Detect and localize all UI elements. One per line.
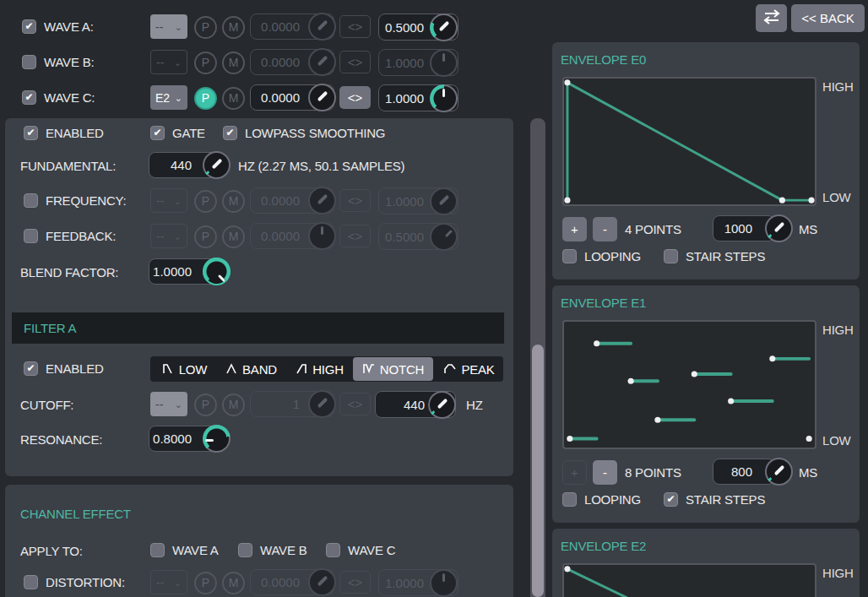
wave-a-source-dropdown[interactable]: -- ⌄ <box>150 14 187 39</box>
wave-b-bipolar-button[interactable]: <> <box>339 51 371 73</box>
wave-c-phase-mod-button[interactable]: P <box>194 87 217 110</box>
filter-type-high[interactable]: HIGH <box>288 358 350 380</box>
chevron-down-icon: ⌄ <box>174 197 182 205</box>
envelope-e1-low-label: LOW <box>822 432 851 448</box>
wave-a-source-value: -- <box>155 20 163 34</box>
fundamental-knob[interactable] <box>203 151 231 179</box>
cutoff-value-knob[interactable] <box>428 391 456 419</box>
lowpass-smoothing-label: LOWPASS SMOOTHING <box>245 125 385 141</box>
envelope-e0-ms-knob[interactable] <box>765 214 793 242</box>
highpass-icon <box>295 362 308 376</box>
wave-b-source-value: -- <box>156 56 164 69</box>
wave-c-checkbox[interactable]: ✔ <box>22 90 36 105</box>
wave-a-phase-knob[interactable] <box>308 13 336 41</box>
envelope-e0-high-label: HIGH <box>822 79 854 95</box>
envelope-e0-remove-point-button[interactable]: - <box>593 217 617 242</box>
envelope-e0-stairs-checkbox[interactable] <box>664 249 678 263</box>
envelope-e1-add-point-button[interactable]: + <box>562 460 587 485</box>
lowpass-icon <box>161 362 175 376</box>
envelope-e2-graph[interactable] <box>562 563 816 597</box>
apply-wave-b-checkbox[interactable] <box>238 543 252 557</box>
filter-type-band[interactable]: BAND <box>216 358 285 380</box>
filter-type-low[interactable]: LOW <box>155 358 214 380</box>
frequency-phase-mod-button[interactable]: P <box>194 190 217 213</box>
cutoff-mod-knob[interactable] <box>308 390 336 418</box>
envelope-e0-add-point-button[interactable]: + <box>562 217 587 242</box>
envelope-e1-remove-point-button[interactable]: - <box>593 460 617 485</box>
wave-b-phase-mod-button[interactable]: P <box>194 52 217 74</box>
bandpass-icon <box>225 362 238 376</box>
wave-a-bipolar-button[interactable]: <> <box>339 15 371 38</box>
wave-a-level-knob[interactable] <box>430 14 458 41</box>
filter-type-peak[interactable]: PEAK <box>436 358 502 380</box>
distortion-phase-mod-button[interactable]: P <box>194 572 217 594</box>
apply-wave-c-label: WAVE C <box>348 542 395 558</box>
cutoff-source-dropdown[interactable]: -- ⌄ <box>150 392 187 416</box>
apply-wave-c-checkbox[interactable] <box>326 543 340 557</box>
scrollbar-thumb[interactable] <box>532 345 544 597</box>
frequency-bipolar-button[interactable]: <> <box>339 189 371 212</box>
chevron-down-icon: ⌄ <box>175 400 182 409</box>
peak-icon <box>443 362 457 376</box>
gate-checkbox[interactable]: ✔ <box>150 126 165 140</box>
frequency-phase-knob[interactable] <box>308 187 336 214</box>
cutoff-mult-mod-button[interactable]: M <box>222 393 245 416</box>
wave-a-checkbox[interactable]: ✔ <box>22 19 36 34</box>
filter-type-low-label: LOW <box>179 362 208 377</box>
swap-button[interactable] <box>756 4 787 32</box>
wave-b-mult-mod-button[interactable]: M <box>222 52 245 74</box>
synth-editor: << BACK ✔ WAVE A: -- ⌄ P M 0.0000 <> 0.5… <box>0 0 868 597</box>
feedback-checkbox[interactable] <box>24 229 38 243</box>
distortion-checkbox[interactable] <box>24 575 38 589</box>
cutoff-phase-mod-button[interactable]: P <box>194 393 217 416</box>
lowpass-smoothing-checkbox[interactable]: ✔ <box>223 126 237 140</box>
feedback-phase-mod-button[interactable]: P <box>194 225 217 248</box>
apply-wave-a-checkbox[interactable] <box>150 543 165 557</box>
distortion-mult-mod-button[interactable]: M <box>222 572 245 594</box>
resonance-label: RESONANCE: <box>20 431 102 448</box>
filter-type-high-label: HIGH <box>312 362 344 377</box>
distortion-bipolar-button[interactable]: <> <box>339 571 371 594</box>
resonance-knob[interactable] <box>203 425 231 453</box>
chevron-down-icon: ⌄ <box>175 94 182 102</box>
frequency-level-knob[interactable] <box>430 187 458 215</box>
frequency-checkbox[interactable] <box>24 193 38 208</box>
feedback-level-knob[interactable] <box>430 223 458 251</box>
wave-b-checkbox[interactable] <box>22 55 36 69</box>
wave-b-source-dropdown[interactable]: -- ⌄ <box>150 50 187 74</box>
wave-a-phase-mod-button[interactable]: P <box>194 16 217 39</box>
feedback-mult-mod-button[interactable]: M <box>222 225 245 248</box>
envelope-e1-graph[interactable] <box>562 320 816 449</box>
channel-enabled-checkbox[interactable]: ✔ <box>24 126 38 140</box>
envelope-e1-looping-checkbox[interactable] <box>562 492 577 507</box>
feedback-phase-knob[interactable] <box>308 222 336 250</box>
apply-to-label: APPLY TO: <box>20 543 83 559</box>
filter-enabled-checkbox[interactable]: ✔ <box>24 361 38 376</box>
blend-factor-knob[interactable] <box>203 258 231 285</box>
envelope-e0-looping-checkbox[interactable] <box>562 249 577 263</box>
wave-a-mult-mod-button[interactable]: M <box>222 16 245 39</box>
filter-type-notch[interactable]: NOTCH <box>353 357 433 381</box>
wave-a-label: WAVE A: <box>44 19 94 35</box>
frequency-source-dropdown[interactable]: -- ⌄ <box>150 188 187 213</box>
cutoff-bipolar-button[interactable]: <> <box>339 393 371 415</box>
distortion-source-dropdown[interactable]: -- ⌄ <box>150 570 187 594</box>
envelope-e1-stairs-checkbox[interactable]: ✔ <box>664 492 678 507</box>
wave-b-level-knob[interactable] <box>430 49 458 77</box>
wave-b-phase-knob[interactable] <box>308 48 336 76</box>
wave-c-label: WAVE C: <box>44 90 95 106</box>
wave-c-mult-mod-button[interactable]: M <box>222 87 245 110</box>
wave-c-phase-knob[interactable] <box>308 84 336 111</box>
wave-c-level-knob[interactable] <box>430 84 458 112</box>
envelope-e0-graph[interactable] <box>562 77 816 206</box>
feedback-bipolar-button[interactable]: <> <box>339 225 371 247</box>
wave-c-bipolar-button[interactable]: <> <box>339 86 371 109</box>
feedback-source-dropdown[interactable]: -- ⌄ <box>150 224 187 248</box>
distortion-level-knob[interactable] <box>430 569 458 597</box>
wave-c-source-dropdown[interactable]: E2 ⌄ <box>150 85 187 110</box>
back-button[interactable]: << BACK <box>791 4 865 32</box>
envelope-e1-ms-knob[interactable] <box>765 458 793 486</box>
filter-type-notch-label: NOTCH <box>380 362 424 377</box>
frequency-mult-mod-button[interactable]: M <box>222 190 245 213</box>
distortion-phase-knob[interactable] <box>308 568 336 596</box>
